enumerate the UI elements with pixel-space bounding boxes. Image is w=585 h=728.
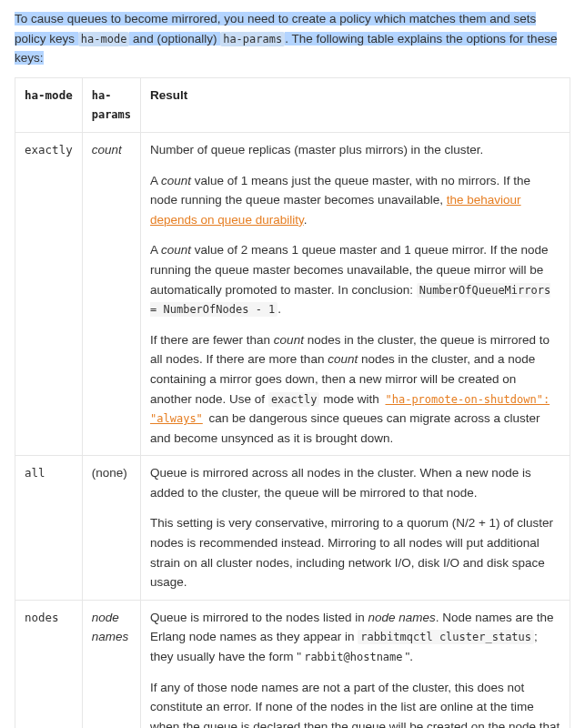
result-p2: This setting is very conservative, mirro…	[150, 513, 560, 592]
result-p1: Queue is mirrored across all nodes in th…	[150, 463, 560, 502]
table-row: exactly count Number of queue replicas (…	[15, 132, 570, 455]
cell-result: Number of queue replicas (master plus mi…	[141, 132, 570, 455]
intro-text-2: and (optionally)	[129, 32, 220, 46]
cell-result: Queue is mirrored to the nodes listed in…	[141, 600, 570, 728]
table-header-row: ha-mode ha-params Result	[15, 77, 570, 132]
cell-params: node names	[82, 600, 140, 728]
result-p2: A count value of 1 means just the queue …	[150, 171, 560, 230]
cell-mode: exactly	[15, 132, 83, 455]
intro-code-ha-params: ha-params	[220, 32, 285, 46]
cell-params: (none)	[82, 456, 140, 601]
result-p2: If any of those node names are not a par…	[150, 678, 560, 728]
result-p1: Number of queue replicas (master plus mi…	[150, 140, 560, 160]
cell-mode: nodes	[15, 600, 83, 728]
intro-code-ha-mode: ha-mode	[78, 32, 130, 46]
cell-mode: all	[15, 456, 83, 601]
header-ha-params: ha-params	[82, 77, 140, 132]
header-ha-mode: ha-mode	[15, 77, 83, 132]
cell-params: count	[82, 132, 140, 455]
intro-paragraph: To cause queues to become mirrored, you …	[15, 9, 570, 68]
cell-result: Queue is mirrored across all nodes in th…	[141, 456, 570, 601]
result-p3: A count value of 2 means 1 queue master …	[150, 240, 560, 318]
header-result: Result	[141, 77, 570, 132]
policy-table: ha-mode ha-params Result exactly count N…	[15, 77, 570, 728]
table-row: nodes node names Queue is mirrored to th…	[15, 600, 570, 728]
table-row: all (none) Queue is mirrored across all …	[15, 456, 570, 601]
result-p1: Queue is mirrored to the nodes listed in…	[150, 608, 560, 667]
result-p4: If there are fewer than count nodes in t…	[150, 330, 560, 449]
